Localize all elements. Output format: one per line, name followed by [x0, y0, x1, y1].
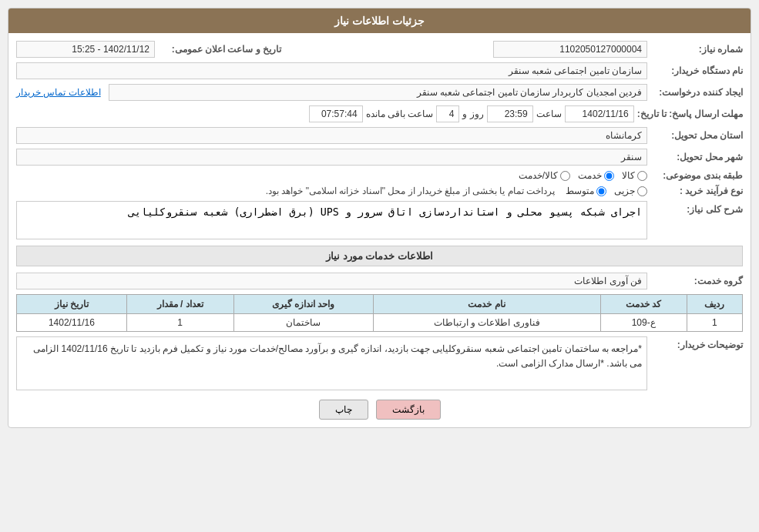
creator-label: ایجاد کننده درخواست:	[650, 87, 743, 98]
cell-row: 1	[687, 314, 742, 332]
col-header-count: تعداد / مقدار	[126, 295, 233, 314]
purchase-type-label: نوع فرآیند خرید :	[650, 186, 743, 196]
buyer-notes-value: *مراجعه به ساختمان تامین اجتماعی شعبه سن…	[16, 336, 647, 390]
col-header-date: تاریخ نیاز	[17, 295, 127, 314]
deadline-remain-label: ساعت باقی مانده	[366, 109, 434, 119]
deadline-label: مهلت ارسال پاسخ: تا تاریخ:	[637, 109, 743, 119]
page-title: جزئیات اطلاعات نیاز	[8, 8, 751, 33]
services-table: ردیف کد خدمت نام خدمت واحد اندازه گیری ت…	[16, 294, 743, 332]
creator-link[interactable]: اطلاعات تماس خریدار	[16, 87, 101, 98]
deadline-day-label: روز و	[462, 109, 483, 119]
radio-kala[interactable]: کالا	[622, 170, 647, 181]
radio-khedmat[interactable]: خدمت	[578, 170, 614, 181]
purchase-note: پرداخت تمام یا بخشی از مبلغ خریدار از مح…	[266, 186, 555, 196]
category-label: طبقه بندی موضوعی:	[650, 170, 743, 181]
col-header-code: کد خدمت	[600, 295, 687, 314]
table-row: 1ع-109فناوری اطلاعات و ارتباطاتساختمان11…	[17, 314, 743, 332]
need-number-label: شماره نیاز:	[650, 44, 743, 55]
radio-kala-khedmat[interactable]: کالا/خدمت	[519, 170, 570, 181]
print-button[interactable]: چاپ	[319, 400, 368, 420]
services-title: اطلاعات خدمات مورد نیاز	[16, 246, 743, 266]
cell-count: 1	[126, 314, 233, 332]
city-label: شهر محل تحویل:	[650, 152, 743, 162]
buyer-notes-label: توضیحات خریدار:	[650, 336, 743, 350]
purchase-type-group: جزیی متوسط	[566, 186, 647, 196]
category-radio-group: کالا خدمت کالا/خدمت	[519, 170, 647, 181]
service-group-value: فن آوری اطلاعات	[16, 273, 647, 289]
buyer-label: نام دستگاه خریدار:	[650, 65, 743, 76]
cell-unit: ساختمان	[233, 314, 373, 332]
province-label: استان محل تحویل:	[650, 130, 743, 141]
radio-motavaset[interactable]: متوسط	[566, 186, 606, 196]
deadline-time-label: ساعت	[536, 109, 562, 119]
deadline-days: 4	[436, 105, 459, 122]
cell-name: فناوری اطلاعات و ارتباطات	[373, 314, 600, 332]
cell-date: 1402/11/16	[17, 314, 127, 332]
creator-value: فردین امجدیان کاربردار سازمان تامین اجتم…	[109, 84, 647, 101]
service-group-label: گروه خدمت:	[650, 276, 743, 286]
announce-value: 1402/11/12 - 15:25	[16, 41, 155, 58]
col-header-unit: واحد اندازه گیری	[233, 295, 373, 314]
cell-code: ع-109	[600, 314, 687, 332]
city-value: سنقر	[16, 149, 647, 166]
deadline-time: 23:59	[487, 105, 533, 122]
description-value	[16, 201, 647, 239]
col-header-row: ردیف	[687, 295, 742, 314]
announce-label: تاریخ و ساعت اعلان عمومی:	[158, 44, 281, 55]
province-value: کرمانشاه	[16, 127, 647, 144]
deadline-date: 1402/11/16	[565, 105, 634, 122]
radio-jozyi[interactable]: جزیی	[614, 186, 647, 196]
back-button[interactable]: بازگشت	[376, 400, 441, 420]
button-row: بازگشت چاپ	[16, 400, 743, 420]
buyer-value: سازمان تامین اجتماعی شعبه سنقر	[16, 62, 647, 79]
deadline-remain: 07:57:44	[309, 105, 363, 122]
description-label: شرح کلی نیاز:	[650, 201, 743, 215]
col-header-name: نام خدمت	[373, 295, 600, 314]
need-number-value: 1102050127000004	[493, 41, 647, 58]
